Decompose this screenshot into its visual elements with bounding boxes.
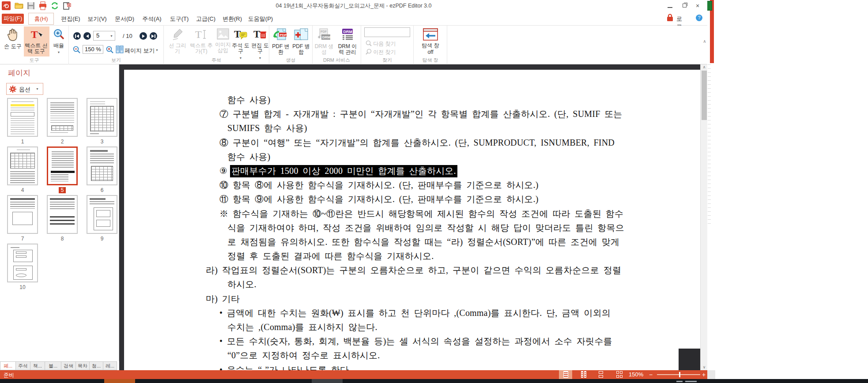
scroll-up-icon[interactable]: ∧ (701, 65, 708, 69)
menu-document[interactable]: 문서(D) (112, 14, 137, 24)
view-continuous-button[interactable] (599, 371, 604, 378)
tab-search[interactable]: 검색 (61, 361, 76, 370)
page-thumbnail-label: 1 (7, 139, 38, 145)
zoom-tool-button[interactable]: 배율 ▼ (50, 28, 67, 55)
next-page-button[interactable] (140, 32, 147, 40)
tab-bookmarks[interactable]: 책... (30, 361, 45, 370)
find-prev-button[interactable]: 이전 찾기 (366, 49, 410, 56)
first-page-button[interactable] (73, 32, 81, 40)
taskbar-app[interactable] (312, 379, 343, 383)
page-thumbnail-4[interactable] (7, 146, 38, 185)
page-thumbnail-9[interactable] (87, 195, 117, 234)
zoom-out-icon[interactable] (73, 46, 80, 53)
help-icon[interactable]: ? (696, 15, 702, 21)
taskbar-clock-fragment (676, 381, 683, 382)
ribbon-group-drm: PDFDRM DRM 생성 DRM DRM 이력 관리 DRM 서비스 (313, 26, 361, 64)
search-input[interactable] (364, 27, 410, 37)
page-thumbnail-7[interactable] (7, 195, 38, 234)
tab-pages[interactable]: 페... (0, 361, 16, 370)
tab-attachments[interactable]: 첨... (90, 361, 103, 370)
page-thumbnail-3[interactable] (87, 98, 117, 137)
menu-home[interactable]: 홈(H) (28, 13, 54, 25)
pdf-merge-button[interactable]: PDF 병합 (292, 28, 310, 55)
drm-create-button[interactable]: PDFDRM DRM 생성 (314, 28, 334, 55)
group-label-create: 생성 (269, 57, 312, 64)
page-thumbnail-6[interactable] (87, 146, 117, 185)
doc-line-highlighted: ⑨판매부수가 1500 이상 2000 미만인 합계를 산출하시오. (124, 164, 698, 178)
zoom-in-icon[interactable] (106, 46, 113, 53)
line-draw-button[interactable]: 선 그리기 (166, 28, 189, 54)
hand-icon (7, 28, 19, 41)
new-document-button[interactable] (62, 1, 71, 10)
windows-taskbar[interactable] (0, 379, 868, 383)
zoom-slider-handle[interactable] (679, 372, 680, 377)
refresh-button[interactable] (50, 1, 59, 10)
nav-pane-toggle-button[interactable]: 탐색 창 off (417, 28, 444, 55)
annotation-tools-button[interactable]: T 주석 도구 ▼ (231, 28, 250, 60)
find-next-button[interactable]: 다음 찾기 (366, 40, 410, 48)
text-add-button[interactable]: T 텍스트 추가(T) (189, 28, 213, 54)
svg-text:T: T (31, 29, 38, 40)
edit-tools-button[interactable]: T 편집 도구 ▼ (251, 28, 269, 60)
zoom-slider-track[interactable] (657, 374, 700, 375)
doc-line: 식을 기재하여야 하며, 작성 조건을 위배하여 임의로 작성할 시 해당 답이… (124, 221, 698, 235)
page-thumbnail-8[interactable] (47, 195, 78, 234)
tab-annotations[interactable]: 주석 (16, 361, 30, 370)
vertical-scrollbar[interactable]: ∧ ∨ (700, 64, 707, 370)
zoom-in-button[interactable]: + (702, 371, 706, 378)
page-number-input[interactable]: 5 ▼ (93, 31, 115, 41)
menu-tools[interactable]: 도구(T) (168, 14, 191, 24)
last-page-button[interactable] (150, 32, 157, 40)
document-viewport[interactable]: 함수 사용) ⑦ 구분별 합계 - 자개개발 : 구분이 “자개개발”인 각 항… (119, 64, 700, 370)
selected-text: 판매부수가 1500 이상 2000 미만인 합계를 산출하시오. (230, 165, 457, 177)
print-button[interactable] (38, 1, 47, 10)
menu-file[interactable]: 파일(F) (2, 14, 24, 24)
save-button[interactable] (26, 1, 35, 10)
doc-line: 하시오. (124, 277, 698, 291)
hand-tool-button[interactable]: 손 도구 (3, 28, 23, 49)
text-add-icon: T (195, 28, 208, 41)
page-number-caret-icon[interactable]: ▼ (110, 34, 113, 38)
page-thumbnail-label: 9 (87, 236, 117, 242)
pdf-convert-button[interactable]: PDF PDF 변환 (272, 28, 290, 55)
canvas-corner (679, 349, 700, 370)
menu-convert[interactable]: 변환(R) (221, 14, 244, 24)
tab-layers[interactable]: 레... (103, 361, 117, 370)
zoom-out-button[interactable]: − (649, 371, 653, 378)
view-single-page-button[interactable] (563, 371, 568, 378)
login-button[interactable]: 로그인 ? (667, 14, 673, 23)
open-file-button[interactable] (15, 1, 23, 10)
tab-blocks[interactable]: 블... (45, 361, 61, 370)
page-thumbnail-2[interactable] (47, 98, 78, 137)
zoom-tool-caret-icon[interactable]: ▼ (57, 51, 60, 54)
view-facing-pages-button[interactable] (581, 371, 586, 378)
tab-toc[interactable]: 목차 (76, 361, 90, 370)
taskbar-active-app[interactable] (104, 379, 135, 383)
close-button[interactable]: × (694, 3, 701, 9)
zoom-value-input[interactable]: 150 % (83, 45, 103, 54)
page-thumbnail-5-selected[interactable] (47, 146, 78, 185)
page-view-caret-icon[interactable]: ▼ (155, 49, 159, 52)
page-view-label[interactable]: 페이지 보기 (125, 47, 155, 55)
prev-page-button[interactable] (83, 32, 91, 40)
menu-help[interactable]: 도움말(P) (246, 14, 275, 24)
page-thumbnail-10[interactable] (7, 244, 38, 282)
background-grid-strip (708, 64, 711, 226)
ribbon-collapse-chevron-icon[interactable]: ∧ (701, 39, 708, 44)
drm-history-button[interactable]: DRM DRM 이력 관리 (336, 28, 359, 55)
text-select-tool-button[interactable]: T 텍스트 선택 도구 (24, 26, 49, 56)
scrollbar-thumb[interactable] (702, 71, 707, 120)
pencil-icon (172, 28, 183, 41)
doc-line: 함수 사용) (124, 93, 698, 107)
image-insert-button[interactable]: 이미지 삽입 (214, 28, 232, 53)
options-button[interactable]: 옵션 ▼ (6, 83, 43, 95)
minimize-button[interactable] (667, 3, 674, 9)
view-grid-button[interactable] (616, 371, 623, 378)
menu-edit[interactable]: 편집(E) (58, 14, 83, 24)
menu-advanced[interactable]: 고급(C) (194, 14, 217, 24)
restore-button[interactable] (681, 3, 688, 9)
menu-view[interactable]: 보기(V) (85, 14, 109, 24)
menu-annotation[interactable]: 주석(A) (140, 14, 163, 24)
scroll-down-icon[interactable]: ∨ (701, 365, 708, 369)
page-thumbnail-1[interactable] (7, 98, 38, 137)
